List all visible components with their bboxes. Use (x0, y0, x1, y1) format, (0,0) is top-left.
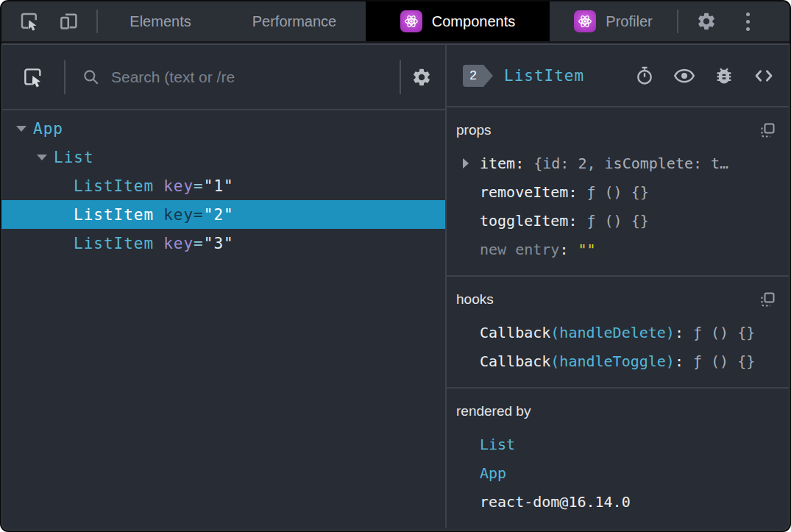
hooks-title: hooks (456, 291, 494, 308)
prop-row-removeitem[interactable]: removeItem: ƒ () {} (447, 177, 790, 206)
props-title: props (456, 122, 492, 138)
tree-toolbar (1, 45, 445, 110)
component-name: List (54, 149, 94, 166)
tab-components-label: Components (432, 13, 515, 30)
prop-row-new-entry[interactable]: new entry: "" (447, 235, 790, 263)
inspect-dom-eye-icon[interactable] (673, 65, 695, 87)
hook-function-name: (handleDelete) (550, 324, 675, 341)
component-name: ListItem (74, 235, 154, 252)
component-name: App (33, 120, 63, 138)
toolbar-divider (400, 60, 401, 94)
inspect-element-icon[interactable] (18, 10, 40, 32)
prop-row-item[interactable]: item: {id: 2, isComplete: t… (447, 149, 790, 177)
tree-row-listitem-3[interactable]: ListItem key="3" (1, 229, 445, 258)
tab-performance[interactable]: Performance (223, 1, 366, 41)
colon: : (568, 183, 577, 201)
tree-row-app[interactable]: App (1, 114, 445, 143)
tab-elements-label: Elements (130, 13, 191, 30)
key-attribute: key (163, 235, 194, 252)
colon: : (675, 352, 684, 370)
components-tree-panel: App List ListItem key="1" ListItem key="… (1, 45, 445, 528)
copy-props-icon[interactable] (759, 121, 776, 139)
tab-elements[interactable]: Elements (98, 1, 223, 41)
devtools-tabbar: Elements Performance Components (1, 1, 790, 43)
key-value: "2" (204, 206, 234, 224)
tree-row-list[interactable]: List (1, 143, 445, 171)
inspect-component-icon[interactable] (21, 65, 45, 89)
equals-sign: = (194, 206, 204, 224)
component-name: ListItem (74, 177, 154, 195)
colon: : (675, 324, 684, 341)
hook-name: Callback (480, 352, 550, 370)
equals-sign: = (194, 235, 204, 252)
props-section: props item: {id: 2, isComplete: t… (447, 107, 790, 277)
key-value: "1" (204, 177, 234, 195)
equals-sign: = (194, 177, 204, 195)
component-tree: App List ListItem key="1" ListItem key="… (1, 110, 445, 258)
search-icon (82, 68, 101, 87)
search-input[interactable] (111, 68, 400, 86)
hook-value: ƒ () {} (693, 324, 755, 341)
key-value: "3" (204, 235, 234, 252)
react-logo-icon (400, 10, 422, 32)
inspector-panel: 2 ListItem (447, 45, 790, 528)
owner-component-name: List (480, 436, 515, 453)
collapse-arrow-icon[interactable] (16, 126, 26, 132)
collapse-arrow-icon[interactable] (37, 155, 47, 160)
tab-components[interactable]: Components (366, 1, 550, 41)
tab-profiler-label: Profiler (606, 13, 652, 30)
prop-value: {id: 2, isComplete: t… (533, 155, 728, 172)
more-menu-icon[interactable] (742, 8, 754, 35)
colon: : (568, 212, 577, 230)
tab-performance-label: Performance (252, 13, 337, 30)
new-entry-placeholder[interactable]: new entry (480, 241, 559, 258)
key-attribute: key (163, 206, 194, 224)
rendered-by-react-dom: react-dom@16.14.0 (447, 487, 790, 516)
react-logo-icon (574, 10, 596, 32)
suspense-timer-icon[interactable] (634, 65, 655, 86)
colon: : (559, 241, 568, 258)
renderer-version: react-dom@16.14.0 (480, 493, 631, 511)
prop-name: removeItem (480, 183, 568, 201)
colon: : (515, 155, 524, 172)
prop-name: toggleItem (480, 212, 568, 230)
rendered-by-app[interactable]: App (447, 458, 790, 487)
component-name: ListItem (74, 206, 154, 224)
tree-settings-gear-icon[interactable] (411, 67, 432, 88)
inspector-header: 2 ListItem (447, 45, 790, 107)
hooks-section: hooks Callback(handleDelete): ƒ () {} (447, 277, 790, 389)
device-toolbar-icon[interactable] (58, 10, 80, 32)
owner-component-name: App (480, 464, 506, 482)
owners-stack-badge[interactable]: 2 (463, 65, 483, 87)
rendered-by-list[interactable]: List (447, 430, 790, 458)
view-source-code-icon[interactable] (753, 65, 775, 87)
prop-row-toggleitem[interactable]: toggleItem: ƒ () {} (447, 206, 790, 235)
devtools-window: Elements Performance Components (0, 0, 791, 532)
hook-row-handledelete[interactable]: Callback(handleDelete): ƒ () {} (447, 318, 790, 347)
log-to-console-bug-icon[interactable] (714, 65, 734, 86)
settings-gear-icon[interactable] (696, 11, 717, 32)
rendered-by-section: rendered by List App react-dom@16.14.0 (447, 389, 790, 528)
expand-arrow-icon[interactable] (463, 158, 469, 169)
rendered-by-title: rendered by (456, 403, 531, 419)
copy-hooks-icon[interactable] (759, 291, 776, 308)
new-entry-value[interactable]: "" (578, 241, 595, 258)
hook-row-handletoggle[interactable]: Callback(handleToggle): ƒ () {} (447, 347, 790, 375)
prop-name: item (480, 155, 515, 172)
hook-value: ƒ () {} (693, 352, 755, 370)
tree-row-listitem-1[interactable]: ListItem key="1" (1, 171, 445, 200)
key-attribute: key (163, 177, 194, 195)
prop-value: ƒ () {} (586, 183, 648, 201)
selected-component-name: ListItem (504, 67, 584, 85)
tab-profiler[interactable]: Profiler (550, 1, 677, 41)
hook-function-name: (handleToggle) (550, 352, 675, 370)
prop-value: ƒ () {} (586, 212, 648, 230)
tree-row-listitem-2-selected[interactable]: ListItem key="2" (1, 200, 445, 229)
hook-name: Callback (480, 324, 550, 341)
